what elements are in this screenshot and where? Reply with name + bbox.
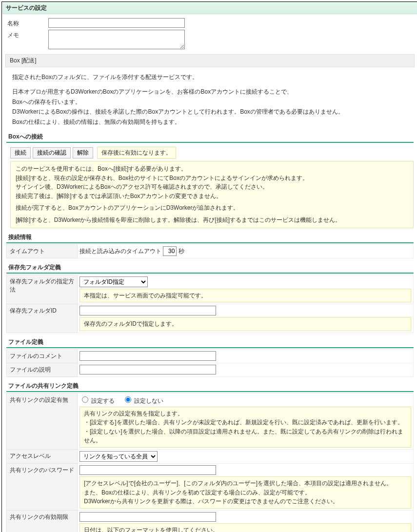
radio-set[interactable] — [82, 396, 88, 403]
folder-id-input[interactable] — [79, 306, 216, 315]
name-label: 名称 — [7, 18, 48, 28]
folder-id-help: 保存先のフォルダIDで指定します。 — [79, 317, 411, 331]
timeout-input[interactable] — [163, 246, 177, 256]
page-title: サービスの設定 — [2, 2, 417, 14]
section-save-folder: 保存先フォルダ定義 — [6, 262, 414, 274]
section-box-connection: Boxへの接続 — [6, 132, 414, 143]
timeout-suffix: 秒 — [179, 248, 184, 255]
note-line: 接続が完了すると、BoxアカウントのアプリケーションにD3Workerが追加され… — [16, 203, 408, 213]
connection-note: このサービスを使用するには、Boxへ[接続]する必要があります。 [接続]すると… — [10, 161, 414, 228]
release-button[interactable]: 解除 — [73, 147, 93, 158]
radio-notset[interactable] — [125, 396, 131, 403]
note-line: [解除]すると、D3Workerから接続情報を即座に削除します。解除後は、再び[… — [16, 216, 408, 225]
radio-notset-label: 設定しない — [134, 397, 163, 404]
note-line: 接続完了後は、[解除]するまでは承諾頂いたBoxアカウントの変更できません。 — [16, 192, 408, 201]
share-expire-input[interactable] — [79, 512, 216, 522]
service-desc-line: 指定されたBoxのフォルダに、ファイルを添付する配送サービスです。 — [12, 72, 408, 82]
folder-method-label: 保存先フォルダの指定方法 — [7, 275, 78, 304]
access-level-select[interactable]: リンクを知っている全員 — [79, 451, 158, 462]
radio-set-label: 設定する — [91, 397, 115, 404]
share-set-help: 共有リンクの設定有無を指定します。 ・[設定する]を選択した場合、共有リンクが未… — [79, 407, 411, 448]
share-expire-label: 共有リンクの有効期限 — [7, 510, 78, 532]
file-desc-label: ファイルの説明 — [7, 363, 78, 376]
memo-label: メモ — [7, 30, 48, 49]
note-line: このサービスを使用するには、Boxへ[接続]する必要があります。 — [16, 164, 408, 174]
connect-button[interactable]: 接続 — [10, 147, 31, 158]
after-save-note: 保存後に有効になります。 — [97, 147, 176, 159]
folder-id-label: 保存先フォルダID — [7, 304, 78, 333]
memo-textarea[interactable] — [48, 30, 185, 49]
file-comment-label: ファイルのコメント — [7, 349, 78, 363]
share-set-radio-yes[interactable]: 設定する — [79, 397, 117, 404]
folder-method-select[interactable]: フォルダID指定 — [79, 276, 148, 287]
section-file-def: ファイル定義 — [6, 337, 414, 348]
share-set-label: 共有リンクの設定有無 — [7, 393, 78, 449]
section-connection-info: 接続情報 — [6, 232, 414, 243]
share-expire-help: 日付は、以下のフォーマットを使用してください。 ・YYYY-MM-DD ・YYY… — [79, 523, 411, 532]
access-level-label: アクセスレベル — [7, 450, 78, 464]
share-pw-input[interactable] — [79, 465, 216, 475]
name-input[interactable] — [48, 18, 185, 28]
service-desc-line: Boxの仕様により、接続の情報は、無限の有効期間を持ちます。 — [12, 117, 408, 127]
note-line: [接続]すると、現在の設定が保存され、Box社のサイトにてBoxのアカウントによ… — [16, 174, 408, 183]
section-share-link: ファイルの共有リンク定義 — [6, 381, 414, 392]
service-panel-title: Box [配送] — [5, 54, 415, 67]
service-desc-line: D3WorkerによるBoxの操作は、接続を承諾した際のBoxアカウントとして行… — [12, 107, 408, 117]
share-set-radio-no[interactable]: 設定しない — [122, 397, 163, 404]
service-desc-line: Boxへの保存を行います。 — [12, 97, 408, 107]
share-pw-label: 共有リンクのパスワード — [7, 464, 78, 511]
timeout-label: タイムアウト — [7, 244, 78, 258]
share-pw-help: [アクセスレベル]で[会社のユーザー]、[このフォルダ内のユーザー]を選択した場… — [79, 476, 411, 509]
file-desc-input[interactable] — [79, 365, 216, 374]
timeout-prefix: 接続と読み込みのタイムアウト — [79, 248, 161, 255]
folder-method-help: 本指定は、サービス画面でのみ指定可能です。 — [79, 289, 411, 303]
note-line: サインイン後、D3WorkerによるBoxへのアクセス許可を確認されますので、承… — [16, 182, 408, 192]
check-connection-button[interactable]: 接続の確認 — [33, 147, 71, 158]
service-desc-line: 日本オプロが用意するD3WorkerのBoxのアプリケーションを、お客様のBox… — [12, 87, 408, 97]
file-comment-input[interactable] — [79, 351, 216, 361]
